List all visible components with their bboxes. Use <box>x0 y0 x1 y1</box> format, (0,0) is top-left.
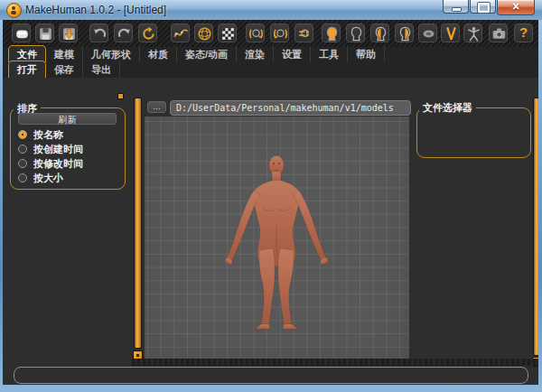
sort-option-size[interactable]: 按大小 <box>18 173 63 183</box>
main-tab-bar: 文件 建模 几何形状 材质 姿态/动画 渲染 设置 工具 帮助 <box>3 47 538 62</box>
grab-icon <box>443 25 460 42</box>
background-icon <box>220 25 237 42</box>
tab-export[interactable]: 导出 <box>83 61 120 78</box>
tab-settings[interactable]: 设置 <box>274 46 311 62</box>
app-logo-icon <box>6 3 22 18</box>
sort-option-modified[interactable]: 按修改时间 <box>18 158 83 169</box>
reset-icon <box>140 25 157 42</box>
wireframe-button[interactable] <box>194 23 213 42</box>
undo-icon <box>91 25 108 42</box>
radio-icon[interactable] <box>18 145 27 154</box>
background-button[interactable] <box>218 23 237 42</box>
tab-help[interactable]: 帮助 <box>348 46 385 62</box>
human-model <box>145 117 409 359</box>
tab-geometries[interactable]: 几何形状 <box>83 46 140 62</box>
radio-icon[interactable] <box>18 159 27 168</box>
makehuman-window: MakeHuman 1.0.2 - [Untitled] × <box>0 0 542 392</box>
redo-icon <box>116 25 133 42</box>
undo-button[interactable] <box>89 23 108 42</box>
sort-option-label: 按名称 <box>33 128 63 142</box>
help-button[interactable]: ? <box>514 23 533 42</box>
viewport-3d[interactable] <box>145 117 409 359</box>
tab-modelling[interactable]: 建模 <box>46 46 83 62</box>
pose-button[interactable] <box>463 23 482 42</box>
pose-icon <box>465 25 482 42</box>
filename-input[interactable] <box>14 367 528 384</box>
left-panel-scrollbar[interactable] <box>134 98 142 349</box>
client-area: ? 文件 建模 几何形状 材质 姿态/动画 渲染 设置 工具 帮助 打开 保存 … <box>3 20 538 385</box>
tab-scroll-marker[interactable] <box>117 93 124 99</box>
save-icon <box>37 25 54 42</box>
redo-button[interactable] <box>114 23 133 42</box>
titlebar[interactable]: MakeHuman 1.0.2 - [Untitled] × <box>0 0 542 20</box>
minimize-icon <box>452 7 462 12</box>
right-view-button[interactable] <box>395 23 414 42</box>
back-view-icon <box>348 25 365 42</box>
browse-button[interactable]: ... <box>147 101 166 113</box>
left-view-button[interactable] <box>370 23 389 42</box>
sort-option-created[interactable]: 按创建时间 <box>18 144 83 154</box>
load-icon <box>61 25 78 42</box>
sub-tab-bar: 打开 保存 导出 <box>3 62 538 78</box>
top-view-button[interactable] <box>418 23 437 42</box>
horizontal-scrollbar[interactable] <box>132 359 538 366</box>
file-chooser-title: 文件选择器 <box>419 101 476 115</box>
toolbar: ? <box>3 20 538 47</box>
new-file-icon <box>14 25 31 42</box>
radio-icon[interactable] <box>18 173 27 182</box>
radio-icon[interactable] <box>18 130 27 139</box>
orbit-reset-icon <box>296 25 313 42</box>
close-icon: × <box>498 0 534 14</box>
smooth-icon <box>173 25 190 42</box>
front-view-icon <box>323 25 341 42</box>
tab-pose-animate[interactable]: 姿态/动画 <box>177 46 237 62</box>
load-button[interactable] <box>59 23 78 42</box>
front-view-button[interactable] <box>322 23 341 42</box>
sort-option-label: 按修改时间 <box>33 157 83 171</box>
orbit-reset-button[interactable] <box>294 23 313 42</box>
new-file-button[interactable] <box>12 23 31 42</box>
orbit-right-icon <box>248 25 265 42</box>
reset-button[interactable] <box>138 23 157 42</box>
back-view-button[interactable] <box>346 23 365 42</box>
left-view-icon <box>372 25 389 42</box>
smooth-button[interactable] <box>171 23 190 42</box>
tab-rendering[interactable]: 渲染 <box>237 46 274 62</box>
close-button[interactable]: × <box>497 0 535 15</box>
orbit-left-button[interactable] <box>270 23 289 42</box>
maximize-button[interactable] <box>470 0 496 14</box>
sort-option-label: 按大小 <box>33 172 63 185</box>
tab-save[interactable]: 保存 <box>46 61 83 78</box>
help-icon: ? <box>515 24 532 40</box>
sort-option-name[interactable]: 按名称 <box>18 129 63 140</box>
right-view-icon <box>397 25 414 42</box>
grab-button[interactable] <box>441 23 460 42</box>
sort-option-label: 按创建时间 <box>33 143 83 156</box>
path-field[interactable]: D:/UserData/Personal/makehuman/v1/models <box>170 100 411 116</box>
screenshot-button[interactable] <box>489 23 508 42</box>
window-title: MakeHuman 1.0.2 - [Untitled] <box>25 4 166 16</box>
maximize-icon <box>478 3 490 13</box>
tab-load[interactable]: 打开 <box>8 61 46 78</box>
main-area: 排序 刷新 按名称 按创建时间 按修改时间 按大小 ... D:/UserDat… <box>3 78 538 385</box>
wireframe-icon <box>196 25 213 42</box>
screenshot-icon <box>491 25 508 42</box>
top-view-icon <box>420 25 437 42</box>
tab-materials[interactable]: 材质 <box>140 46 177 62</box>
minimize-button[interactable] <box>443 0 469 14</box>
refresh-button[interactable]: 刷新 <box>18 113 117 125</box>
save-button[interactable] <box>35 23 54 42</box>
orbit-right-button[interactable] <box>246 23 265 42</box>
right-panel-scrollbar[interactable] <box>533 98 538 356</box>
tab-utilities[interactable]: 工具 <box>311 46 348 62</box>
orbit-left-icon <box>272 25 289 42</box>
file-chooser-groupbox <box>416 107 531 158</box>
